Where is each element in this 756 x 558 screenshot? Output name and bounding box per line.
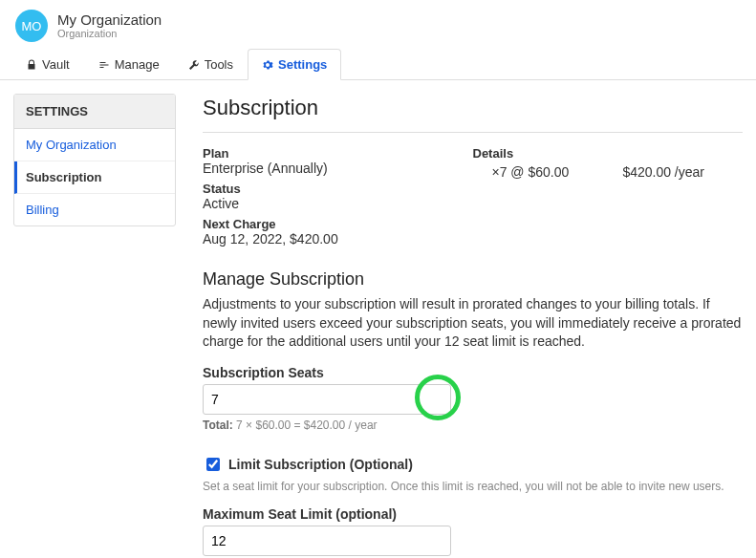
tab-label: Settings [278,57,327,72]
page-title: Subscription [203,96,743,120]
next-charge-label: Next Charge [203,217,473,231]
lock-icon [26,59,37,71]
details-qty: ×7 @ $60.00 [473,164,570,180]
details-label: Details [473,146,744,161]
tab-manage[interactable]: Manage [84,49,174,80]
sidebar-item-billing[interactable]: Billing [14,194,175,225]
sliders-icon [98,59,110,71]
org-sublabel: Organization [57,28,162,39]
org-header: MO My Organization Organization [0,0,756,48]
gears-icon [262,59,273,71]
sidebar-item-subscription[interactable]: Subscription [14,161,175,194]
tab-label: Manage [115,57,160,72]
seats-label: Subscription Seats [203,365,743,380]
plan-block: Plan Enterprise (Annually) Status Active… [203,132,743,250]
plan-label: Plan [203,146,473,161]
manage-desc: Adjustments to your subscription will re… [203,295,743,352]
plan-value: Enterprise (Annually) [203,161,473,176]
limit-desc: Set a seat limit for your subscription. … [203,480,743,493]
details-total: $420.00 /year [622,164,743,180]
tab-settings[interactable]: Settings [248,49,341,80]
tab-label: Tools [205,57,233,72]
next-charge-value: Aug 12, 2022, $420.00 [203,231,473,247]
seats-input[interactable] [203,384,451,415]
limit-label: Limit Subscription (Optional) [228,457,413,472]
manage-heading: Manage Subscription [203,269,743,290]
seats-hint: Total: 7 × $60.00 = $420.00 / year [203,418,743,432]
max-input[interactable] [203,526,451,556]
tab-vault[interactable]: Vault [11,49,84,80]
max-label: Maximum Seat Limit (optional) [203,506,743,522]
tab-label: Vault [42,57,70,72]
wrench-icon [188,59,200,71]
avatar: MO [15,10,48,42]
main-tabs: Vault Manage Tools Settings [0,48,756,80]
settings-sidebar: SETTINGS My Organization Subscription Bi… [13,94,176,226]
main-content: Subscription Plan Enterprise (Annually) … [203,94,743,558]
limit-checkbox[interactable] [206,458,220,471]
status-value: Active [203,196,473,211]
tab-tools[interactable]: Tools [174,49,248,80]
status-label: Status [203,182,473,196]
sidebar-item-my-org[interactable]: My Organization [14,129,175,161]
sidebar-heading: SETTINGS [14,95,175,129]
org-name: My Organization [57,12,162,29]
